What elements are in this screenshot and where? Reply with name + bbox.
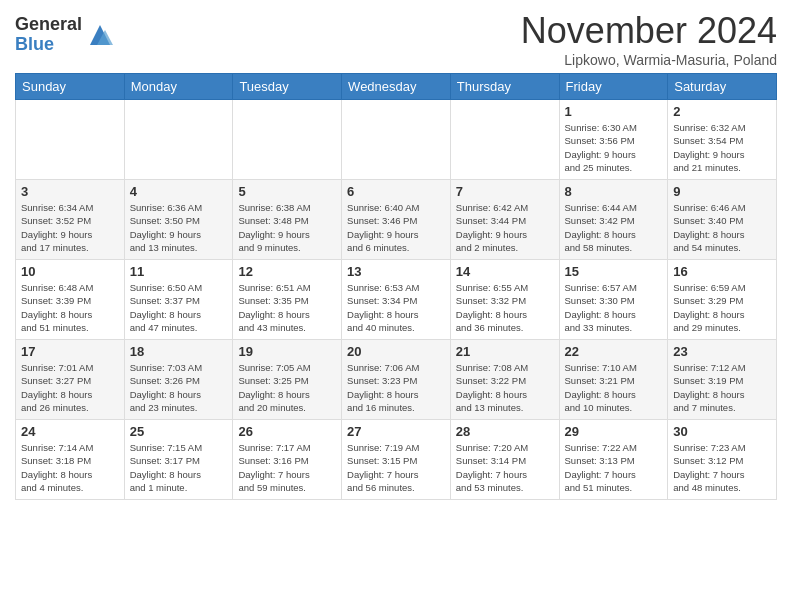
logo-general: General: [15, 15, 82, 35]
day-number: 2: [673, 104, 771, 119]
calendar-cell-4-5: 29Sunrise: 7:22 AMSunset: 3:13 PMDayligh…: [559, 420, 668, 500]
calendar-cell-1-2: 5Sunrise: 6:38 AMSunset: 3:48 PMDaylight…: [233, 180, 342, 260]
calendar-cell-3-4: 21Sunrise: 7:08 AMSunset: 3:22 PMDayligh…: [450, 340, 559, 420]
day-info: Sunrise: 7:22 AMSunset: 3:13 PMDaylight:…: [565, 441, 663, 494]
day-number: 13: [347, 264, 445, 279]
header-saturday: Saturday: [668, 74, 777, 100]
header-tuesday: Tuesday: [233, 74, 342, 100]
day-info: Sunrise: 7:06 AMSunset: 3:23 PMDaylight:…: [347, 361, 445, 414]
day-info: Sunrise: 7:19 AMSunset: 3:15 PMDaylight:…: [347, 441, 445, 494]
month-title: November 2024: [521, 10, 777, 52]
day-info: Sunrise: 7:10 AMSunset: 3:21 PMDaylight:…: [565, 361, 663, 414]
day-info: Sunrise: 7:05 AMSunset: 3:25 PMDaylight:…: [238, 361, 336, 414]
day-number: 24: [21, 424, 119, 439]
day-number: 1: [565, 104, 663, 119]
calendar-cell-0-2: [233, 100, 342, 180]
week-row-0: 1Sunrise: 6:30 AMSunset: 3:56 PMDaylight…: [16, 100, 777, 180]
day-info: Sunrise: 6:53 AMSunset: 3:34 PMDaylight:…: [347, 281, 445, 334]
day-number: 9: [673, 184, 771, 199]
location: Lipkowo, Warmia-Masuria, Poland: [521, 52, 777, 68]
calendar-cell-3-2: 19Sunrise: 7:05 AMSunset: 3:25 PMDayligh…: [233, 340, 342, 420]
calendar-cell-3-3: 20Sunrise: 7:06 AMSunset: 3:23 PMDayligh…: [342, 340, 451, 420]
day-info: Sunrise: 6:36 AMSunset: 3:50 PMDaylight:…: [130, 201, 228, 254]
calendar-cell-1-4: 7Sunrise: 6:42 AMSunset: 3:44 PMDaylight…: [450, 180, 559, 260]
logo-text: General Blue: [15, 15, 82, 55]
calendar-cell-4-1: 25Sunrise: 7:15 AMSunset: 3:17 PMDayligh…: [124, 420, 233, 500]
day-info: Sunrise: 7:03 AMSunset: 3:26 PMDaylight:…: [130, 361, 228, 414]
day-number: 6: [347, 184, 445, 199]
day-info: Sunrise: 6:57 AMSunset: 3:30 PMDaylight:…: [565, 281, 663, 334]
calendar-cell-1-1: 4Sunrise: 6:36 AMSunset: 3:50 PMDaylight…: [124, 180, 233, 260]
day-info: Sunrise: 6:44 AMSunset: 3:42 PMDaylight:…: [565, 201, 663, 254]
day-info: Sunrise: 7:01 AMSunset: 3:27 PMDaylight:…: [21, 361, 119, 414]
day-number: 3: [21, 184, 119, 199]
calendar-cell-0-3: [342, 100, 451, 180]
week-row-1: 3Sunrise: 6:34 AMSunset: 3:52 PMDaylight…: [16, 180, 777, 260]
calendar-cell-1-3: 6Sunrise: 6:40 AMSunset: 3:46 PMDaylight…: [342, 180, 451, 260]
calendar-cell-4-0: 24Sunrise: 7:14 AMSunset: 3:18 PMDayligh…: [16, 420, 125, 500]
logo-icon: [85, 20, 115, 50]
logo: General Blue: [15, 15, 115, 55]
day-number: 28: [456, 424, 554, 439]
calendar-cell-2-3: 13Sunrise: 6:53 AMSunset: 3:34 PMDayligh…: [342, 260, 451, 340]
calendar-cell-4-4: 28Sunrise: 7:20 AMSunset: 3:14 PMDayligh…: [450, 420, 559, 500]
day-info: Sunrise: 7:08 AMSunset: 3:22 PMDaylight:…: [456, 361, 554, 414]
day-number: 18: [130, 344, 228, 359]
calendar-cell-0-1: [124, 100, 233, 180]
day-number: 4: [130, 184, 228, 199]
calendar-cell-1-0: 3Sunrise: 6:34 AMSunset: 3:52 PMDaylight…: [16, 180, 125, 260]
day-number: 22: [565, 344, 663, 359]
day-number: 16: [673, 264, 771, 279]
calendar-table: Sunday Monday Tuesday Wednesday Thursday…: [15, 73, 777, 500]
day-number: 15: [565, 264, 663, 279]
calendar-cell-3-0: 17Sunrise: 7:01 AMSunset: 3:27 PMDayligh…: [16, 340, 125, 420]
header-wednesday: Wednesday: [342, 74, 451, 100]
day-number: 10: [21, 264, 119, 279]
day-number: 8: [565, 184, 663, 199]
calendar-cell-4-6: 30Sunrise: 7:23 AMSunset: 3:12 PMDayligh…: [668, 420, 777, 500]
calendar-cell-4-3: 27Sunrise: 7:19 AMSunset: 3:15 PMDayligh…: [342, 420, 451, 500]
week-row-2: 10Sunrise: 6:48 AMSunset: 3:39 PMDayligh…: [16, 260, 777, 340]
day-number: 19: [238, 344, 336, 359]
day-info: Sunrise: 7:17 AMSunset: 3:16 PMDaylight:…: [238, 441, 336, 494]
header-thursday: Thursday: [450, 74, 559, 100]
day-number: 17: [21, 344, 119, 359]
calendar-cell-0-5: 1Sunrise: 6:30 AMSunset: 3:56 PMDaylight…: [559, 100, 668, 180]
day-info: Sunrise: 6:32 AMSunset: 3:54 PMDaylight:…: [673, 121, 771, 174]
header: General Blue November 2024 Lipkowo, Warm…: [15, 10, 777, 68]
calendar-cell-0-0: [16, 100, 125, 180]
day-number: 20: [347, 344, 445, 359]
day-number: 5: [238, 184, 336, 199]
calendar-cell-2-0: 10Sunrise: 6:48 AMSunset: 3:39 PMDayligh…: [16, 260, 125, 340]
day-info: Sunrise: 7:15 AMSunset: 3:17 PMDaylight:…: [130, 441, 228, 494]
day-number: 21: [456, 344, 554, 359]
day-info: Sunrise: 6:34 AMSunset: 3:52 PMDaylight:…: [21, 201, 119, 254]
day-info: Sunrise: 6:42 AMSunset: 3:44 PMDaylight:…: [456, 201, 554, 254]
calendar-cell-3-1: 18Sunrise: 7:03 AMSunset: 3:26 PMDayligh…: [124, 340, 233, 420]
day-info: Sunrise: 6:46 AMSunset: 3:40 PMDaylight:…: [673, 201, 771, 254]
day-info: Sunrise: 7:20 AMSunset: 3:14 PMDaylight:…: [456, 441, 554, 494]
calendar-cell-3-6: 23Sunrise: 7:12 AMSunset: 3:19 PMDayligh…: [668, 340, 777, 420]
calendar-cell-2-2: 12Sunrise: 6:51 AMSunset: 3:35 PMDayligh…: [233, 260, 342, 340]
calendar-cell-0-4: [450, 100, 559, 180]
calendar-cell-0-6: 2Sunrise: 6:32 AMSunset: 3:54 PMDaylight…: [668, 100, 777, 180]
logo-blue: Blue: [15, 35, 82, 55]
day-number: 25: [130, 424, 228, 439]
calendar-cell-1-5: 8Sunrise: 6:44 AMSunset: 3:42 PMDaylight…: [559, 180, 668, 260]
calendar-cell-3-5: 22Sunrise: 7:10 AMSunset: 3:21 PMDayligh…: [559, 340, 668, 420]
day-number: 12: [238, 264, 336, 279]
calendar-header-row: Sunday Monday Tuesday Wednesday Thursday…: [16, 74, 777, 100]
day-number: 23: [673, 344, 771, 359]
day-info: Sunrise: 7:14 AMSunset: 3:18 PMDaylight:…: [21, 441, 119, 494]
calendar-cell-4-2: 26Sunrise: 7:17 AMSunset: 3:16 PMDayligh…: [233, 420, 342, 500]
calendar-cell-2-6: 16Sunrise: 6:59 AMSunset: 3:29 PMDayligh…: [668, 260, 777, 340]
week-row-3: 17Sunrise: 7:01 AMSunset: 3:27 PMDayligh…: [16, 340, 777, 420]
calendar-cell-2-1: 11Sunrise: 6:50 AMSunset: 3:37 PMDayligh…: [124, 260, 233, 340]
day-info: Sunrise: 6:38 AMSunset: 3:48 PMDaylight:…: [238, 201, 336, 254]
day-info: Sunrise: 6:40 AMSunset: 3:46 PMDaylight:…: [347, 201, 445, 254]
day-number: 26: [238, 424, 336, 439]
day-info: Sunrise: 6:50 AMSunset: 3:37 PMDaylight:…: [130, 281, 228, 334]
main-container: General Blue November 2024 Lipkowo, Warm…: [0, 0, 792, 505]
day-info: Sunrise: 7:12 AMSunset: 3:19 PMDaylight:…: [673, 361, 771, 414]
day-info: Sunrise: 6:55 AMSunset: 3:32 PMDaylight:…: [456, 281, 554, 334]
